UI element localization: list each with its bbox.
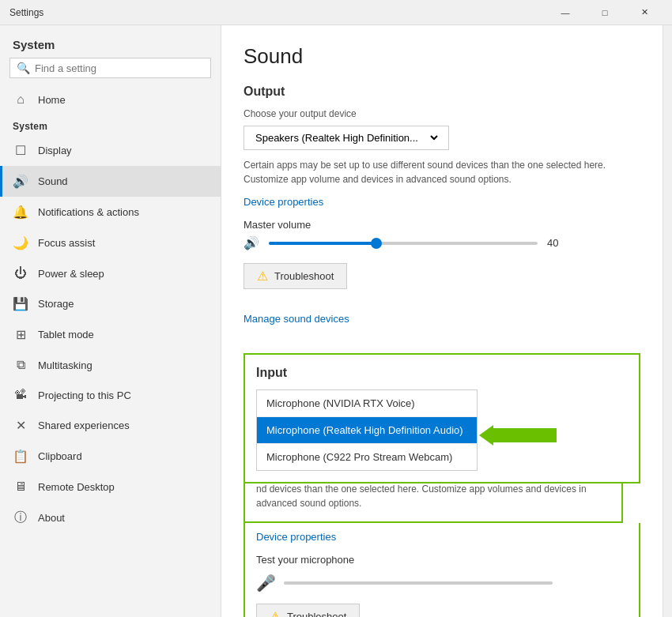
settings-window: Settings — □ ✕ System 🔍 ⌂ Home System ☐ … [0, 0, 672, 617]
maximize-button[interactable]: □ [587, 0, 623, 25]
input-dropdown-container: Microphone (NVIDIA RTX Voice) Microphone… [256, 389, 478, 471]
scrollbar[interactable] [663, 25, 672, 617]
input-device-option-2[interactable]: Microphone (Realtek High Definition Audi… [257, 417, 477, 444]
search-input[interactable] [35, 62, 204, 74]
projecting-icon: 📽 [13, 388, 28, 402]
output-device-select[interactable]: Speakers (Realtek High Definition... [252, 131, 440, 145]
sidebar-item-focus[interactable]: 🌙 Focus assist [0, 228, 221, 258]
focus-icon: 🌙 [13, 235, 28, 250]
output-troubleshoot-label: Troubleshoot [274, 270, 334, 282]
power-icon: ⏻ [13, 266, 28, 280]
main-panel: Sound Output Choose your output device S… [221, 25, 663, 617]
sidebar-item-multitasking[interactable]: ⧉ Multitasking [0, 350, 221, 380]
sidebar-item-notifications[interactable]: 🔔 Notifications & actions [0, 197, 221, 228]
sidebar-item-tablet[interactable]: ⊞ Tablet mode [0, 319, 221, 350]
remote-icon: 🖥 [13, 480, 28, 494]
multitasking-icon: ⧉ [13, 358, 28, 372]
arrow-head [479, 425, 493, 446]
sidebar-header: System [0, 25, 221, 58]
volume-row: 🔊 40 [244, 235, 640, 250]
output-troubleshoot-button[interactable]: ⚠ Troubleshoot [244, 263, 347, 289]
sidebar-item-home[interactable]: ⌂ Home [0, 85, 221, 115]
storage-icon: 💾 [13, 296, 28, 311]
sidebar-item-label: Power & sleep [38, 268, 104, 280]
input-troubleshoot-label: Troubleshoot [287, 611, 346, 617]
notifications-icon: 🔔 [13, 205, 28, 220]
sidebar-item-label: Sound [38, 175, 68, 187]
input-section-container: Input Microphone (NVIDIA RTX Voice) Micr… [244, 353, 640, 617]
sidebar-item-display[interactable]: ☐ Display [0, 135, 221, 166]
shared-icon: ✕ [13, 418, 28, 433]
overlapping-content: nd devices than the one selected here. C… [244, 482, 623, 523]
arrow-body [493, 428, 557, 442]
output-device-properties-link[interactable]: Device properties [244, 196, 323, 208]
home-icon: ⌂ [13, 92, 28, 107]
output-manage-link[interactable]: Manage sound devices [244, 313, 349, 325]
sidebar-item-label: Home [38, 94, 66, 106]
window-controls: — □ ✕ [547, 0, 663, 25]
green-arrow-container [479, 425, 557, 446]
output-section-title: Output [244, 85, 640, 99]
sidebar-item-storage[interactable]: 💾 Storage [0, 288, 221, 319]
sidebar-item-label: Remote Desktop [38, 481, 115, 493]
sidebar-item-label: Shared experiences [38, 419, 130, 431]
sidebar-item-shared[interactable]: ✕ Shared experiences [0, 410, 221, 441]
sound-icon: 🔊 [13, 174, 28, 189]
input-device-properties-link[interactable]: Device properties [256, 531, 336, 543]
volume-speaker-icon: 🔊 [244, 235, 259, 250]
mic-icon: 🎤 [256, 574, 276, 593]
sidebar-item-label: Notifications & actions [38, 206, 139, 218]
sidebar-item-sound[interactable]: 🔊 Sound [0, 166, 221, 197]
slider-thumb[interactable] [371, 238, 382, 249]
sidebar-item-power[interactable]: ⏻ Power & sleep [0, 258, 221, 288]
sidebar-item-clipboard[interactable]: 📋 Clipboard [0, 441, 221, 472]
sidebar-item-remote[interactable]: 🖥 Remote Desktop [0, 472, 221, 502]
slider-fill [269, 242, 376, 245]
mic-slider[interactable] [284, 581, 553, 585]
sidebar-item-label: Multitasking [38, 359, 92, 371]
master-volume-slider[interactable] [269, 242, 538, 245]
sidebar-item-label: Focus assist [38, 237, 95, 249]
sidebar-item-about[interactable]: ⓘ About [0, 502, 221, 534]
input-section-title: Input [256, 366, 628, 380]
test-microphone-label: Test your microphone [256, 554, 628, 566]
page-title: Sound [244, 44, 640, 69]
sidebar-item-label: Clipboard [38, 450, 82, 462]
input-info-text: nd devices than the one selected here. C… [256, 483, 587, 509]
output-device-label: Choose your output device [244, 108, 640, 119]
sidebar-item-label: Display [38, 145, 72, 156]
warning-icon: ⚠ [257, 269, 268, 284]
input-device-dropdown-list[interactable]: Microphone (NVIDIA RTX Voice) Microphone… [256, 389, 478, 471]
display-icon: ☐ [13, 143, 28, 158]
input-box: Input Microphone (NVIDIA RTX Voice) Micr… [244, 353, 640, 483]
sidebar-item-label: Tablet mode [38, 329, 94, 340]
sidebar-section-system: System [0, 115, 221, 135]
input-lower-section: Device properties Test your microphone 🎤… [244, 523, 640, 617]
window-title: Settings [9, 7, 43, 18]
mic-row: 🎤 [256, 574, 628, 593]
output-info-text: Certain apps may be set up to use differ… [244, 158, 639, 186]
content-area: System 🔍 ⌂ Home System ☐ Display 🔊 Sound… [0, 25, 672, 617]
tablet-icon: ⊞ [13, 327, 28, 342]
input-warning-icon: ⚠ [270, 609, 281, 617]
sidebar-item-label: Projecting to this PC [38, 389, 131, 401]
input-troubleshoot-button[interactable]: ⚠ Troubleshoot [256, 604, 360, 617]
output-device-dropdown[interactable]: Speakers (Realtek High Definition... [244, 126, 449, 150]
master-volume-label: Master volume [244, 219, 640, 231]
input-device-option-1[interactable]: Microphone (NVIDIA RTX Voice) [257, 390, 477, 417]
output-device-dropdown-row: Speakers (Realtek High Definition... [244, 126, 640, 150]
clipboard-icon: 📋 [13, 449, 28, 464]
sidebar-item-projecting[interactable]: 📽 Projecting to this PC [0, 380, 221, 410]
titlebar: Settings — □ ✕ [0, 0, 672, 25]
sidebar-item-label: About [38, 512, 65, 524]
minimize-button[interactable]: — [547, 0, 583, 25]
input-device-option-3[interactable]: Microphone (C922 Pro Stream Webcam) [257, 444, 477, 470]
volume-value: 40 [547, 237, 569, 249]
sidebar: System 🔍 ⌂ Home System ☐ Display 🔊 Sound… [0, 25, 221, 617]
close-button[interactable]: ✕ [626, 0, 663, 25]
search-box[interactable]: 🔍 [9, 58, 211, 78]
sidebar-item-label: Storage [38, 298, 74, 310]
search-icon: 🔍 [17, 62, 30, 74]
about-icon: ⓘ [13, 510, 28, 526]
